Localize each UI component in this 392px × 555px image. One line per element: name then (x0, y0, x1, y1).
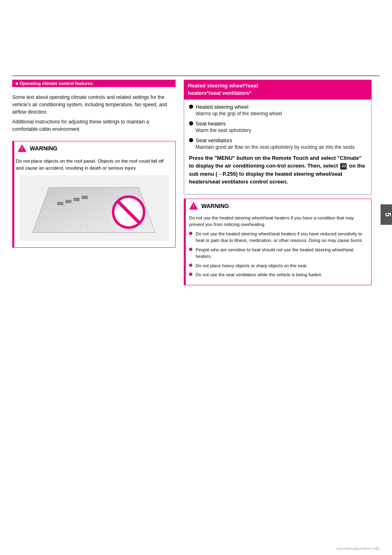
warning-bullet-dot-3 (189, 264, 192, 267)
right-column: Heated steering wheel*/seat heaters*/sea… (184, 80, 372, 285)
section-number-tab: 5 (381, 204, 392, 225)
right-warning-box: ! WARNING Do not use the heated steering… (184, 199, 372, 285)
seat-heaters-item: Seat heaters Warm the seat upholstery (189, 121, 366, 134)
bottom-watermark: carmanualsonline.info (336, 546, 380, 551)
left-col-text: Some text about operating climate contro… (12, 92, 176, 137)
heated-steering-wheel-desc: Warms up the grip of the steering wheel (196, 110, 366, 117)
left-warning-label: WARNING (30, 145, 58, 152)
left-warning-header: ! WARNING (13, 141, 175, 155)
left-warning-content: Do not place objects on the roof panel. … (13, 155, 175, 247)
seat-heaters-label: Seat heaters (196, 121, 226, 127)
right-warning-label: WARNING (201, 203, 229, 209)
warning-bullet-dot-4 (189, 273, 192, 276)
right-warning-box-inner: ! WARNING Do not use the heated steering… (184, 199, 371, 285)
warning-bullet-text-1: Do not use the heated steering wheel/sea… (196, 231, 366, 244)
right-warning-content: Do not use the heated steering wheel/sea… (184, 213, 371, 285)
svg-text:!: ! (21, 147, 22, 151)
svg-rect-11 (82, 196, 88, 199)
right-header: Heated steering wheel*/seat heaters*/sea… (184, 80, 372, 99)
main-instructions: Press the "MENU" button on the Remote To… (189, 154, 366, 186)
feature-box: Heated steering wheel Warms up the grip … (184, 99, 372, 194)
left-header-text: ■ Operating climate control features (16, 81, 93, 86)
warning-triangle-icon: ! (18, 144, 27, 153)
left-column: ■ Operating climate control features Som… (12, 80, 176, 248)
right-header-line1: Heated steering wheel*/seat (188, 83, 258, 89)
right-warning-header: ! WARNING (184, 199, 371, 213)
page-container: ■ Operating climate control features Som… (0, 0, 392, 555)
svg-text:!: ! (193, 204, 194, 208)
seat-ventilators-label: Seat ventilators (196, 137, 232, 143)
warning-bullet-text-3: Do not place heavy objects or sharp obje… (196, 262, 307, 269)
heated-steering-wheel-item: Heated steering wheel Warms up the grip … (189, 104, 366, 117)
left-para-2: Additional instructions for adjusting th… (12, 118, 176, 133)
svg-rect-9 (65, 200, 71, 203)
right-header-line2: heaters*/seat ventilators* (188, 90, 251, 96)
bullet-dot-3 (189, 138, 193, 142)
warning-bullet-1: Do not use the heated steering wheel/sea… (189, 231, 366, 244)
section-number: 5 (384, 213, 392, 217)
instructions-text-1: Press the "MENU" button on the Remote To… (189, 155, 361, 169)
svg-rect-8 (57, 202, 63, 205)
warning-bullet-dot-1 (189, 232, 192, 235)
seat-heaters-desc: Warm the seat upholstery (196, 127, 366, 134)
left-warning-box: ! WARNING Do not place objects on the ro… (12, 141, 176, 248)
warning-bullet-text-4: Do not use the seat ventilators while th… (196, 271, 322, 278)
seat-ventilators-desc: Maintain good air flow on the seat uphol… (196, 144, 366, 151)
right-warning-triangle-icon: ! (189, 201, 198, 210)
heated-steering-wheel-title: Heated steering wheel (189, 104, 366, 110)
left-warning-box-inner: ! WARNING Do not place objects on the ro… (13, 141, 175, 247)
watermark-text: carmanualsonline.info (336, 546, 380, 551)
left-warning-accent-bar (13, 141, 14, 247)
right-warning-intro: Do not use the heated steering wheel/sea… (189, 215, 366, 228)
left-para-1: Some text about operating climate contro… (12, 94, 176, 116)
svg-rect-10 (74, 198, 80, 201)
left-warning-text: Do not place objects on the roof panel. … (16, 158, 172, 172)
bullet-dot-2 (189, 121, 193, 125)
right-warning-accent-bar (184, 199, 186, 285)
bullet-dot-1 (189, 105, 193, 109)
top-rule (12, 76, 380, 76)
seat-ventilators-title: Seat ventilators (189, 137, 366, 143)
seat-heaters-title: Seat heaters (189, 121, 366, 127)
inline-button-icon: JJ (340, 163, 347, 170)
seat-ventilators-item: Seat ventilators Maintain good air flow … (189, 137, 366, 151)
left-header-bar: ■ Operating climate control features (12, 80, 176, 87)
warning-bullet-text-2: People who are sensitive to heat should … (196, 246, 366, 260)
warning-bullet-3: Do not place heavy objects or sharp obje… (189, 262, 366, 269)
heated-steering-wheel-label: Heated steering wheel (196, 104, 248, 110)
warning-bullet-dot-2 (189, 248, 192, 251)
warning-bullet-2: People who are sensitive to heat should … (189, 246, 366, 260)
warning-image-area (19, 175, 169, 241)
car-roof-svg (19, 175, 169, 241)
warning-bullet-4: Do not use the seat ventilators while th… (189, 271, 366, 278)
